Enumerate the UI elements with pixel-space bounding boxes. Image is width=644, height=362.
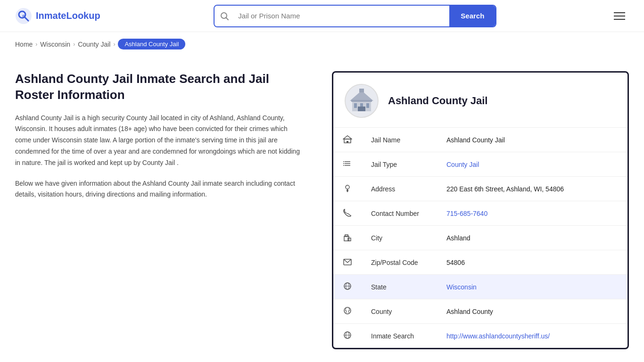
chevron-icon: › xyxy=(35,41,37,48)
svg-point-20 xyxy=(343,161,344,162)
chevron-icon: › xyxy=(113,41,115,48)
phone-icon xyxy=(333,201,362,226)
logo-text: InmateLookup xyxy=(36,10,100,21)
search-button[interactable]: Search xyxy=(449,6,495,26)
jail-card-header: Ashland County Jail xyxy=(333,73,627,128)
row-label: Jail Type xyxy=(362,152,437,177)
county-icon xyxy=(333,299,362,324)
list-icon xyxy=(333,152,362,177)
logo[interactable]: InmateLookup xyxy=(15,8,100,25)
breadcrumb-state[interactable]: Wisconsin xyxy=(40,41,70,48)
svg-marker-15 xyxy=(343,136,352,139)
search-icon xyxy=(215,6,234,26)
breadcrumb-type[interactable]: County Jail xyxy=(78,41,110,48)
jail-avatar xyxy=(345,84,379,118)
table-row: StateWisconsin xyxy=(333,275,627,299)
row-link[interactable]: http://www.ashlandcountysheriff.us/ xyxy=(446,332,550,340)
row-value[interactable]: County Jail xyxy=(437,152,627,177)
svg-point-3 xyxy=(22,15,25,17)
right-column: Ashland County Jail Jail NameAshland Cou… xyxy=(332,71,629,349)
search-area: Search xyxy=(214,5,496,27)
svg-point-22 xyxy=(343,165,344,166)
logo-icon xyxy=(15,8,32,25)
table-row: Jail TypeCounty Jail xyxy=(333,152,627,177)
zip-icon xyxy=(333,250,362,275)
row-label: Inmate Search xyxy=(362,324,437,348)
svg-rect-13 xyxy=(359,89,364,92)
row-link[interactable]: County Jail xyxy=(446,161,479,168)
svg-rect-11 xyxy=(358,107,365,111)
chevron-icon: › xyxy=(73,41,75,48)
row-value[interactable]: http://www.ashlandcountysheriff.us/ xyxy=(437,324,627,348)
row-label: County xyxy=(362,299,437,324)
table-row: Address220 East 6th Street, Ashland, WI,… xyxy=(333,177,627,201)
page-description: Ashland County Jail is a high security C… xyxy=(15,113,302,169)
row-value[interactable]: 715-685-7640 xyxy=(437,201,627,226)
pin-icon xyxy=(333,177,362,201)
svg-rect-26 xyxy=(345,235,348,237)
row-link[interactable]: 715-685-7640 xyxy=(446,210,487,217)
table-row: Contact Number715-685-7640 xyxy=(333,201,627,226)
row-link[interactable]: Wisconsin xyxy=(446,283,477,291)
page-title: Ashland County Jail Inmate Search and Ja… xyxy=(15,71,302,103)
row-value: 54806 xyxy=(437,250,627,275)
row-label: City xyxy=(362,226,437,250)
svg-rect-9 xyxy=(366,103,369,108)
search-wrapper: Search xyxy=(214,5,496,27)
svg-point-23 xyxy=(346,185,349,189)
jail-icon xyxy=(333,128,362,152)
globe-icon xyxy=(333,275,362,299)
table-row: Jail NameAshland County Jail xyxy=(333,128,627,152)
left-column: Ashland County Jail Inmate Search and Ja… xyxy=(15,71,317,349)
row-label: Address xyxy=(362,177,437,201)
row-label: Zip/Postal Code xyxy=(362,250,437,275)
svg-rect-16 xyxy=(347,141,348,143)
info-table: Jail NameAshland County JailJail TypeCou… xyxy=(333,128,627,348)
row-label: Contact Number xyxy=(362,201,437,226)
svg-rect-7 xyxy=(354,103,357,108)
svg-rect-25 xyxy=(348,238,351,241)
row-value: 220 East 6th Street, Ashland, WI, 54806 xyxy=(437,177,627,201)
main-content: Ashland County Jail Inmate Search and Ja… xyxy=(0,56,644,362)
row-label: State xyxy=(362,275,437,299)
courthouse-icon xyxy=(347,87,376,115)
breadcrumb: Home › Wisconsin › County Jail › Ashland… xyxy=(0,32,644,56)
svg-line-5 xyxy=(226,17,229,20)
globe2-icon xyxy=(333,324,362,348)
hamburger-menu[interactable] xyxy=(610,8,629,24)
table-row: CountyAshland County xyxy=(333,299,627,324)
breadcrumb-home[interactable]: Home xyxy=(15,41,33,48)
table-row: Zip/Postal Code54806 xyxy=(333,250,627,275)
row-value[interactable]: Wisconsin xyxy=(437,275,627,299)
jail-card: Ashland County Jail Jail NameAshland Cou… xyxy=(332,71,629,349)
jail-card-title: Ashland County Jail xyxy=(388,95,487,107)
page-description-2: Below we have given information about th… xyxy=(15,178,302,201)
city-icon xyxy=(333,226,362,250)
row-value: Ashland County xyxy=(437,299,627,324)
row-value: Ashland xyxy=(437,226,627,250)
table-row: Inmate Searchhttp://www.ashlandcountyshe… xyxy=(333,324,627,348)
svg-point-21 xyxy=(343,163,344,164)
row-value: Ashland County Jail xyxy=(437,128,627,152)
svg-rect-12 xyxy=(351,100,372,102)
breadcrumb-current: Ashland County Jail xyxy=(118,39,185,49)
search-input[interactable] xyxy=(234,6,449,26)
row-label: Jail Name xyxy=(362,128,437,152)
table-row: CityAshland xyxy=(333,226,627,250)
header: InmateLookup Search xyxy=(0,0,644,32)
